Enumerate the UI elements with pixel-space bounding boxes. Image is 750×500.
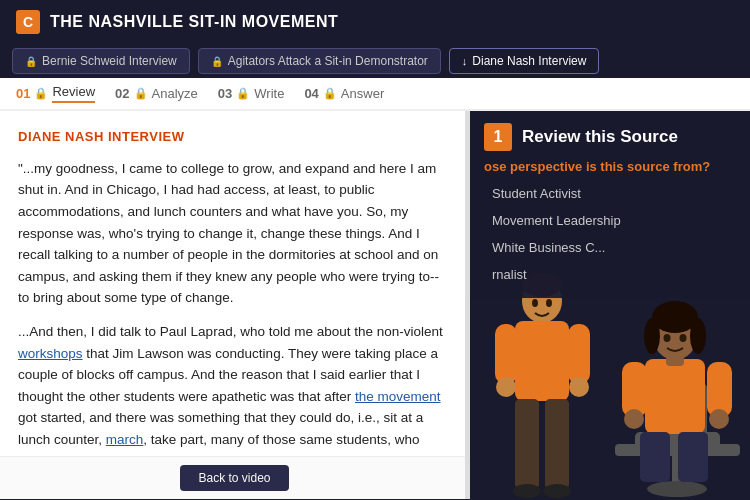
svg-point-22 [690, 318, 706, 354]
steps-nav: 01 🔒 Review 02 🔒 Analyze 03 🔒 Write 04 🔒… [0, 78, 750, 111]
svg-rect-7 [515, 399, 539, 489]
app-header: C THE NASHVILLE SIT-IN MOVEMENT [0, 0, 750, 44]
option-movement-leadership[interactable]: Movement Leadership [484, 209, 736, 232]
svg-rect-4 [568, 324, 590, 384]
document-text: "...my goodness, I came to college to gr… [18, 158, 451, 456]
document-body: DIANE NASH INTERVIEW "...my goodness, I … [0, 111, 469, 456]
character-male [485, 269, 600, 499]
link-movement[interactable]: the movement [355, 389, 441, 404]
svg-point-12 [546, 299, 552, 307]
svg-point-21 [644, 318, 660, 354]
document-footer: Back to video [0, 456, 469, 499]
paragraph-1: "...my goodness, I came to college to gr… [18, 158, 451, 309]
lock-icon: 🔒 [323, 87, 337, 100]
review-source-box: 1 Review this Source ose perspective is … [470, 111, 750, 298]
svg-rect-25 [707, 362, 732, 417]
svg-rect-3 [495, 324, 517, 384]
review-header: 1 Review this Source [484, 123, 736, 151]
document-tabs: 🔒 Bernie Schweid Interview 🔒 Agitators A… [0, 44, 750, 78]
lock-icon: 🔒 [134, 87, 148, 100]
main-content: DIANE NASH INTERVIEW "...my goodness, I … [0, 111, 750, 499]
link-workshops[interactable]: workshops [18, 346, 83, 361]
svg-rect-28 [640, 432, 670, 482]
character-female [610, 284, 745, 499]
svg-point-6 [569, 377, 589, 397]
svg-point-30 [664, 334, 671, 342]
back-to-video-button[interactable]: Back to video [180, 465, 288, 491]
review-question: ose perspective is this source from? [484, 159, 736, 174]
svg-rect-24 [622, 362, 647, 417]
svg-point-26 [624, 409, 644, 429]
document-panel: DIANE NASH INTERVIEW "...my goodness, I … [0, 111, 470, 499]
review-number: 1 [484, 123, 512, 151]
svg-point-5 [496, 377, 516, 397]
app-title: THE NASHVILLE SIT-IN MOVEMENT [50, 13, 338, 31]
step-analyze[interactable]: 02 🔒 Analyze [115, 86, 198, 101]
svg-point-27 [709, 409, 729, 429]
svg-point-31 [680, 334, 687, 342]
step-review[interactable]: 01 🔒 Review [16, 84, 95, 103]
down-arrow-icon: ↓ [462, 55, 468, 67]
svg-point-15 [647, 481, 707, 497]
svg-point-11 [532, 299, 538, 307]
tab-bernie-schweid[interactable]: 🔒 Bernie Schweid Interview [12, 48, 190, 74]
lock-icon: 🔒 [211, 56, 223, 67]
document-title: DIANE NASH INTERVIEW [18, 127, 451, 148]
tab-agitators[interactable]: 🔒 Agitators Attack a Sit-in Demonstrator [198, 48, 441, 74]
option-white-business[interactable]: White Business C... [484, 236, 736, 259]
paragraph-2: ...And then, I did talk to Paul Laprad, … [18, 321, 451, 456]
svg-rect-18 [645, 359, 705, 434]
app-logo: C [16, 10, 40, 34]
lock-icon: 🔒 [25, 56, 37, 67]
svg-point-10 [543, 484, 571, 498]
step-write[interactable]: 03 🔒 Write [218, 86, 285, 101]
option-student-activist[interactable]: Student Activist [484, 182, 736, 205]
lock-icon: 🔒 [236, 87, 250, 100]
svg-rect-8 [545, 399, 569, 489]
lock-icon: 🔒 [34, 87, 48, 100]
review-options: Student Activist Movement Leadership Whi… [484, 182, 736, 286]
link-march[interactable]: march [106, 432, 144, 447]
right-panel: 1 Review this Source ose perspective is … [470, 111, 750, 499]
tab-diane-nash[interactable]: ↓ Diane Nash Interview [449, 48, 600, 74]
svg-rect-2 [515, 321, 569, 401]
step-answer[interactable]: 04 🔒 Answer [304, 86, 384, 101]
option-journalist[interactable]: rnalist [484, 263, 736, 286]
svg-rect-29 [678, 432, 708, 482]
review-title: Review this Source [522, 127, 678, 147]
svg-rect-23 [666, 356, 684, 366]
svg-point-9 [513, 484, 541, 498]
